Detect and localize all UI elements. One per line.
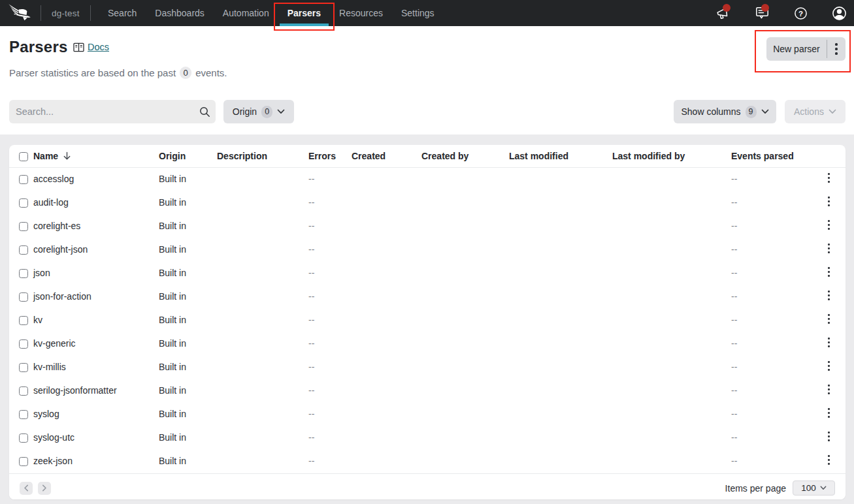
sort-descending-icon bbox=[63, 151, 71, 161]
row-menu-kebab-icon[interactable] bbox=[825, 407, 832, 419]
svg-text:?: ? bbox=[798, 9, 802, 17]
column-header-last-modified-by[interactable]: Last modified by bbox=[612, 145, 731, 167]
row-menu-kebab-icon[interactable] bbox=[825, 430, 832, 443]
parser-row: audit-log Built in -- -- bbox=[9, 191, 846, 214]
parser-origin: Built in bbox=[159, 214, 217, 238]
parser-name[interactable]: serilog-jsonformatter bbox=[33, 379, 159, 402]
items-per-page-select[interactable]: 100 bbox=[793, 480, 835, 496]
row-checkbox[interactable] bbox=[19, 316, 28, 325]
parser-created bbox=[352, 238, 421, 261]
repository-name[interactable]: dg-test bbox=[52, 0, 80, 26]
parser-last-modified-by bbox=[612, 238, 731, 261]
column-header-name[interactable]: Name bbox=[33, 145, 159, 167]
parser-name[interactable]: kv bbox=[33, 308, 159, 332]
row-checkbox[interactable] bbox=[19, 245, 28, 255]
row-menu-kebab-icon[interactable] bbox=[825, 172, 832, 184]
crowdstrike-falcon-logo[interactable] bbox=[5, 1, 34, 25]
search-input[interactable] bbox=[9, 100, 216, 123]
parser-created bbox=[352, 285, 421, 308]
row-menu-kebab-icon[interactable] bbox=[825, 454, 832, 466]
parser-name[interactable]: corelight-json bbox=[33, 238, 159, 261]
nav-tab[interactable]: Settings bbox=[393, 0, 442, 26]
row-menu-kebab-icon[interactable] bbox=[825, 336, 832, 349]
row-menu-kebab-icon[interactable] bbox=[825, 266, 832, 278]
parser-created-by bbox=[421, 261, 509, 285]
nav-tab[interactable]: Search bbox=[100, 0, 144, 26]
row-checkbox[interactable] bbox=[19, 386, 28, 396]
row-menu-kebab-icon[interactable] bbox=[825, 242, 832, 255]
new-parser-menu-button[interactable] bbox=[827, 37, 846, 61]
select-all-checkbox[interactable] bbox=[19, 152, 28, 161]
column-header-events-parsed[interactable]: Events parsed bbox=[731, 145, 825, 167]
parser-errors: -- bbox=[308, 332, 352, 355]
row-checkbox[interactable] bbox=[19, 457, 28, 466]
row-checkbox[interactable] bbox=[19, 410, 28, 419]
parser-last-modified-by bbox=[612, 308, 731, 332]
parser-last-modified-by bbox=[612, 379, 731, 402]
show-columns-button[interactable]: Show columns 9 bbox=[674, 100, 776, 123]
row-menu-kebab-icon[interactable] bbox=[825, 360, 832, 372]
parser-name[interactable]: zeek-json bbox=[33, 449, 159, 473]
parser-origin: Built in bbox=[159, 191, 217, 214]
parser-created bbox=[352, 379, 421, 402]
parser-last-modified-by bbox=[612, 426, 731, 449]
parser-name[interactable]: accesslog bbox=[33, 167, 159, 191]
notification-dot bbox=[723, 4, 731, 12]
parser-errors: -- bbox=[308, 285, 352, 308]
parser-name[interactable]: json-for-action bbox=[33, 285, 159, 308]
row-checkbox[interactable] bbox=[19, 222, 28, 231]
nav-tab[interactable]: Automation bbox=[215, 0, 277, 26]
parser-name[interactable]: kv-millis bbox=[33, 355, 159, 379]
column-header-origin[interactable]: Origin bbox=[159, 145, 217, 167]
help-button[interactable]: ? bbox=[787, 0, 813, 26]
row-checkbox[interactable] bbox=[19, 175, 28, 184]
parsers-table-card: Name Origin Description Errors Created C… bbox=[9, 145, 846, 499]
column-header-errors[interactable]: Errors bbox=[308, 145, 352, 167]
search-box bbox=[9, 100, 216, 123]
parser-created-by bbox=[421, 191, 509, 214]
parser-origin: Built in bbox=[159, 402, 217, 426]
row-checkbox[interactable] bbox=[19, 339, 28, 349]
column-header-last-modified[interactable]: Last modified bbox=[509, 145, 612, 167]
parser-last-modified-by bbox=[612, 261, 731, 285]
parser-created bbox=[352, 449, 421, 473]
parser-name[interactable]: kv-generic bbox=[33, 332, 159, 355]
parser-name[interactable]: corelight-es bbox=[33, 214, 159, 238]
origin-filter-button[interactable]: Origin 0 bbox=[223, 100, 294, 123]
row-checkbox[interactable] bbox=[19, 363, 28, 372]
nav-tab[interactable]: Parsers bbox=[280, 0, 329, 26]
column-header-created[interactable]: Created bbox=[352, 145, 421, 167]
row-menu-kebab-icon[interactable] bbox=[825, 289, 832, 302]
row-menu-kebab-icon[interactable] bbox=[825, 383, 832, 396]
nav-tab[interactable]: Dashboards bbox=[147, 0, 212, 26]
parser-name[interactable]: syslog bbox=[33, 402, 159, 426]
parser-name[interactable]: audit-log bbox=[33, 191, 159, 214]
parser-events-parsed: -- bbox=[731, 285, 825, 308]
parser-created-by bbox=[421, 379, 509, 402]
parser-name[interactable]: json bbox=[33, 261, 159, 285]
announcements-button[interactable] bbox=[710, 0, 736, 26]
row-checkbox[interactable] bbox=[19, 269, 28, 278]
row-menu-kebab-icon[interactable] bbox=[825, 313, 832, 325]
new-parser-button[interactable]: New parser bbox=[766, 37, 827, 61]
docs-link[interactable]: Docs bbox=[88, 42, 109, 52]
row-menu-kebab-icon[interactable] bbox=[825, 195, 832, 208]
feedback-button[interactable] bbox=[749, 0, 775, 26]
column-header-description[interactable]: Description bbox=[217, 145, 308, 167]
row-checkbox[interactable] bbox=[19, 292, 28, 302]
parser-origin: Built in bbox=[159, 332, 217, 355]
row-menu-kebab-icon[interactable] bbox=[825, 219, 832, 231]
column-header-created-by[interactable]: Created by bbox=[421, 145, 509, 167]
row-checkbox[interactable] bbox=[19, 198, 28, 208]
parser-row: zeek-json Built in -- -- bbox=[9, 449, 846, 473]
row-checkbox[interactable] bbox=[19, 433, 28, 443]
actions-button[interactable]: Actions bbox=[785, 100, 846, 123]
chevron-down-icon bbox=[761, 109, 769, 114]
parser-errors: -- bbox=[308, 261, 352, 285]
parser-origin: Built in bbox=[159, 355, 217, 379]
nav-tab[interactable]: Resources bbox=[331, 0, 391, 26]
next-page-button[interactable] bbox=[38, 482, 51, 495]
previous-page-button[interactable] bbox=[20, 482, 33, 495]
account-button[interactable] bbox=[826, 0, 852, 26]
parser-name[interactable]: syslog-utc bbox=[33, 426, 159, 449]
